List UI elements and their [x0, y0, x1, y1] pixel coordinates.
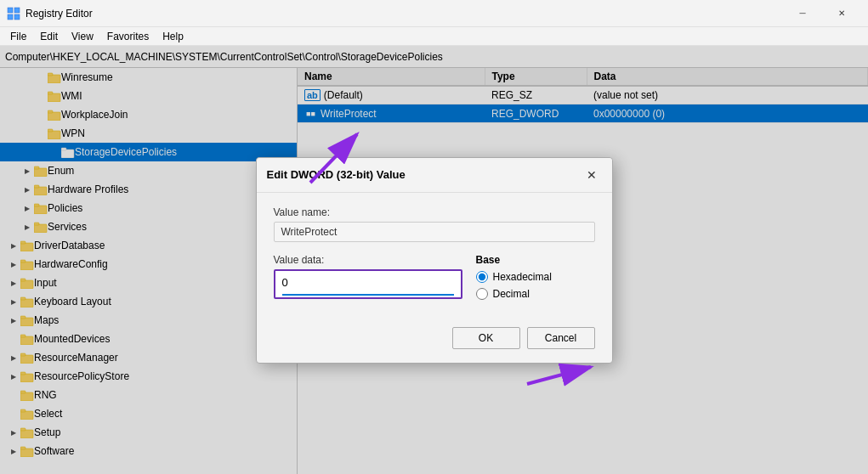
base-label: Base	[476, 254, 595, 266]
dialog-title: Edit DWORD (32-bit) Value	[267, 168, 406, 181]
svg-rect-1	[14, 8, 20, 13]
dialog-overlay: Edit DWORD (32-bit) Value ✕ Value name: …	[0, 46, 868, 474]
title-bar: Registry Editor ─ ✕	[0, 0, 868, 27]
decimal-label: Decimal	[493, 288, 530, 300]
window-controls: ─ ✕	[783, 0, 861, 27]
dialog-titlebar: Edit DWORD (32-bit) Value ✕	[257, 158, 612, 193]
minimize-button[interactable]: ─	[783, 0, 822, 27]
dialog-close-button[interactable]: ✕	[582, 165, 602, 185]
decimal-option[interactable]: Decimal	[476, 288, 595, 300]
decimal-radio[interactable]	[476, 288, 488, 300]
menu-favorites[interactable]: Favorites	[100, 29, 156, 44]
svg-rect-0	[8, 8, 13, 13]
close-button[interactable]: ✕	[822, 0, 861, 27]
hexadecimal-radio[interactable]	[476, 271, 488, 283]
svg-rect-3	[14, 14, 20, 20]
svg-rect-2	[8, 14, 13, 20]
app-icon	[7, 7, 20, 20]
base-section: Base Hexadecimal Decimal	[476, 254, 595, 305]
cancel-button[interactable]: Cancel	[527, 327, 595, 349]
value-data-label: Value data:	[274, 254, 462, 266]
edit-dword-dialog: Edit DWORD (32-bit) Value ✕ Value name: …	[256, 157, 613, 364]
value-data-input[interactable]	[275, 271, 461, 294]
menu-help[interactable]: Help	[156, 29, 190, 44]
ok-button[interactable]: OK	[452, 327, 520, 349]
app-title: Registry Editor	[26, 8, 783, 20]
menu-file[interactable]: File	[3, 29, 33, 44]
value-name-label: Value name:	[274, 206, 595, 218]
dialog-body: Value name: WriteProtect Value data: Bas…	[257, 193, 612, 319]
menu-view[interactable]: View	[65, 29, 100, 44]
hexadecimal-label: Hexadecimal	[493, 271, 552, 283]
value-data-wrapper	[274, 269, 462, 299]
value-underline	[282, 294, 454, 296]
dialog-row: Value data: Base Hexadecimal De	[274, 254, 595, 305]
menu-bar: File Edit View Favorites Help	[0, 27, 868, 46]
dialog-footer: OK Cancel	[257, 319, 612, 363]
hexadecimal-option[interactable]: Hexadecimal	[476, 271, 595, 283]
value-data-section: Value data:	[274, 254, 462, 305]
value-name-field: WriteProtect	[274, 222, 595, 242]
menu-edit[interactable]: Edit	[33, 29, 65, 44]
